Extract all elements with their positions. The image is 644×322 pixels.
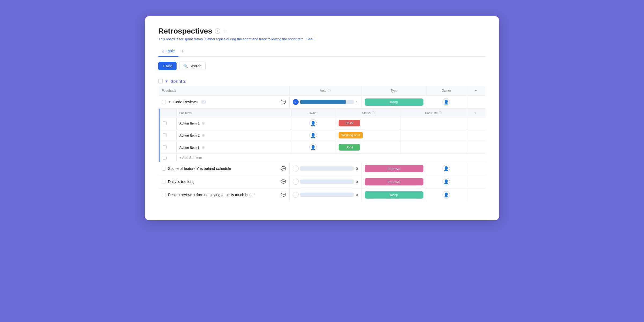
item-name: Daily is too long [168,180,195,184]
info-icon[interactable]: i [215,28,220,34]
sub-owner-avatar[interactable]: 👤 [309,119,317,127]
row-checkbox[interactable] [162,167,166,171]
search-icon: 🔍 [183,64,188,68]
vote-cell: 0 [289,175,361,188]
row-checkbox[interactable] [162,100,166,104]
add-comment-icon[interactable]: 💬 [281,192,286,197]
feedback-cell: ▼ Code Reviews 3 💬 [159,96,290,109]
subitem-row-3: Action Item 3 ⊕ 👤 [160,141,485,153]
sub-name-cell: Action Item 1 ⊕ [177,117,290,129]
star-icon[interactable]: ☆ [223,28,227,34]
feedback-cell: Design review before deploying tasks is … [159,188,290,202]
sub-add-icon[interactable]: ⊕ [202,145,205,149]
item-name: Code Reviews [173,100,197,104]
vote-number: 1 [355,100,358,104]
sub-add-icon[interactable]: ⊕ [202,133,205,137]
type-badge: Keep [365,98,423,106]
type-cell: Improve [361,175,427,188]
type-badge: Keep [365,191,423,199]
vote-circle-icon[interactable] [293,179,299,185]
row-checkbox[interactable] [162,180,166,184]
status-badge: Done [339,144,360,151]
subitem-checkbox[interactable] [163,145,167,149]
item-name: Scope of feature Y is behind schedule [168,166,231,171]
item-name: Design review before deploying tasks is … [168,193,255,197]
group-header: ▼ Sprint 2 [158,78,486,86]
sub-duedate-cell [401,117,466,129]
add-col-cell[interactable] [466,188,485,202]
sub-owner-avatar[interactable]: 👤 [309,131,317,139]
row-checkbox[interactable] [162,193,166,197]
add-comment-icon[interactable]: 💬 [281,100,286,105]
vote-circle-icon[interactable] [293,192,299,198]
add-comment-icon[interactable]: 💬 [281,179,286,184]
vote-circle-icon[interactable] [293,166,299,171]
owner-avatar[interactable]: 👤 [442,98,450,106]
type-badge: Improve [365,165,423,172]
sub-plus-cell [466,117,485,129]
sub-owner-cell: 👤 [290,129,336,141]
add-subitem-label[interactable]: + Add Subitem [177,153,485,162]
owner-avatar[interactable]: 👤 [442,165,450,172]
row-chevron-icon[interactable]: ▼ [168,100,171,104]
sub-col-plus[interactable]: + [466,109,485,117]
sub-duedate-cell [401,141,466,153]
vote-cell: 0 [289,188,361,202]
vote-bar [300,166,354,171]
tabs-row: ⌂ Table + [158,46,486,57]
type-cell: Keep [361,96,427,109]
main-table: Feedback Vote ⓘ Type Owner [158,86,486,202]
toolbar: + Add 🔍 Search [158,62,486,70]
search-button[interactable]: 🔍 Search [179,62,205,70]
sub-name-cell: Action Item 2 ⊕ [177,129,290,141]
sub-col-checkbox [160,109,177,117]
add-col-cell[interactable] [466,96,485,109]
subitem-checkbox[interactable] [163,133,167,137]
sub-duedate-cell [401,129,466,141]
owner-avatar[interactable]: 👤 [442,178,450,185]
subitem-checkbox[interactable] [163,121,167,125]
sub-name-cell: Action Item 3 ⊕ [177,141,290,153]
sub-status-cell: Stuck [336,117,401,129]
table-row: ▼ Code Reviews 3 💬 ✓ 1 [159,96,486,109]
add-subitem-checkbox[interactable] [163,156,167,160]
col-header-vote: Vote ⓘ [289,86,361,96]
vote-checked-icon[interactable]: ✓ [293,99,299,105]
subitem-name: Action Item 1 [179,121,200,125]
vote-number: 0 [355,167,358,171]
status-badge: Working on it [339,132,363,138]
page-title: Retrospectives [158,27,212,35]
vote-cell: ✓ 1 [289,96,361,109]
subitem-name: Action Item 2 [179,133,200,137]
duedate-info-icon: ⓘ [439,111,442,115]
group-chevron-icon[interactable]: ▼ [165,79,169,83]
add-col-cell[interactable] [466,162,485,175]
group-checkbox[interactable] [158,79,163,83]
feedback-cell: Scope of feature Y is behind schedule 💬 [159,162,290,175]
owner-avatar[interactable]: 👤 [442,191,450,199]
sub-plus-cell [466,141,485,153]
owner-cell: 👤 [427,162,466,175]
add-subitem-row[interactable]: + Add Subitem [160,153,485,162]
type-badge: Improve [365,178,423,185]
see-more-link[interactable]: See l [306,37,314,41]
col-header-type: Type [361,86,427,96]
owner-cell: 👤 [427,175,466,188]
col-header-plus[interactable]: + [466,86,485,96]
tab-table[interactable]: ⌂ Table [158,47,178,57]
sub-owner-avatar[interactable]: 👤 [309,144,317,151]
add-col-cell[interactable] [466,175,485,188]
item-count: 3 [201,100,206,104]
table-row: Daily is too long 💬 0 [159,175,486,188]
sub-plus-cell [466,129,485,141]
sub-owner-cell: 👤 [290,141,336,153]
group-sprint2: ▼ Sprint 2 Feedback Vote ⓘ Ty [158,78,486,202]
add-button[interactable]: + Add [158,62,177,70]
sub-checkbox-cell [160,141,177,153]
add-comment-icon[interactable]: 💬 [281,166,286,171]
vote-cell: 0 [289,162,361,175]
tab-add-button[interactable]: + [178,46,187,57]
type-cell: Keep [361,188,427,202]
table-row: Scope of feature Y is behind schedule 💬 … [159,162,486,175]
sub-add-icon[interactable]: ⊕ [202,121,205,125]
